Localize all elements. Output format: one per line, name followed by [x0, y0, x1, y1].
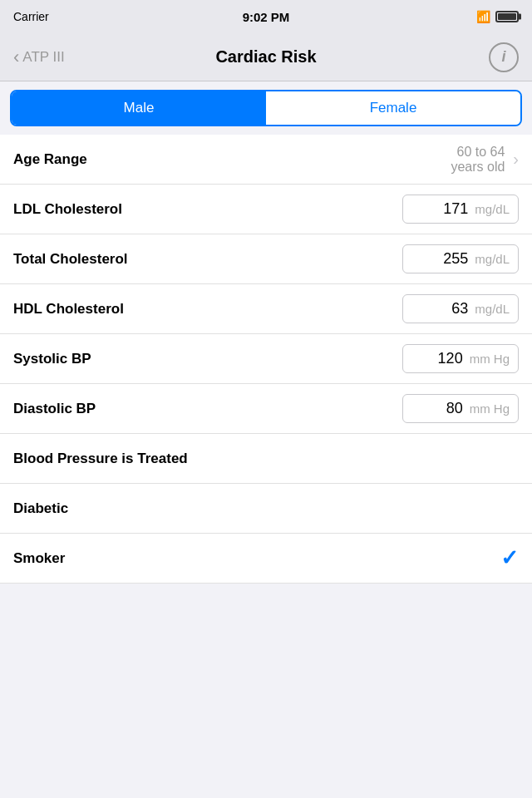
- label-ldl-cholesterol: LDL Cholesterol: [13, 201, 122, 218]
- label-diastolic-bp: Diastolic BP: [13, 401, 96, 417]
- label-smoker: Smoker: [13, 550, 65, 567]
- label-total-cholesterol: Total Cholesterol: [13, 251, 128, 268]
- row-total-cholesterol: Total Cholesterol 255 mg/dL: [0, 234, 532, 284]
- back-button[interactable]: ‹ ATP III: [13, 48, 65, 66]
- input-box-hdl-cholesterol[interactable]: 63 mg/dL: [402, 294, 519, 323]
- gender-toggle: Male Female: [10, 90, 522, 126]
- male-button[interactable]: Male: [12, 91, 266, 125]
- info-button[interactable]: i: [489, 42, 519, 72]
- unit-systolic-bp: mm Hg: [470, 352, 510, 366]
- value-total-cholesterol: 255: [435, 250, 468, 268]
- label-hdl-cholesterol: HDL Cholesterol: [13, 301, 124, 318]
- form-rows: Age Range 60 to 64 years old › LDL Chole…: [0, 135, 532, 584]
- input-box-ldl-cholesterol[interactable]: 171 mg/dL: [402, 195, 519, 224]
- label-bp-treated: Blood Pressure is Treated: [13, 451, 188, 467]
- value-systolic-bp: 120: [430, 350, 463, 367]
- row-diabetic[interactable]: Diabetic ✓: [0, 484, 532, 534]
- checkmark-smoker: ✓: [500, 545, 519, 571]
- row-ldl-cholesterol: LDL Cholesterol 171 mg/dL: [0, 185, 532, 234]
- back-label: ATP III: [22, 49, 64, 66]
- label-systolic-bp: Systolic BP: [13, 351, 91, 367]
- value-age-range: 60 to 64 years old: [451, 145, 505, 175]
- chevron-icon-age-range: ›: [513, 150, 519, 169]
- row-smoker[interactable]: Smoker ✓: [0, 534, 532, 584]
- carrier-label: Carrier: [13, 10, 49, 23]
- input-box-diastolic-bp[interactable]: 80 mm Hg: [402, 394, 519, 423]
- unit-hdl-cholesterol: mg/dL: [475, 302, 510, 316]
- status-bar: Carrier 9:02 PM 📶: [0, 0, 532, 33]
- row-bp-treated[interactable]: Blood Pressure is Treated ✓: [0, 434, 532, 484]
- value-hdl-cholesterol: 63: [435, 300, 468, 318]
- label-age-range: Age Range: [13, 151, 87, 168]
- row-systolic-bp: Systolic BP 120 mm Hg: [0, 334, 532, 384]
- status-time: 9:02 PM: [243, 10, 290, 24]
- back-chevron-icon: ‹: [13, 48, 19, 66]
- status-icons: 📶: [476, 10, 519, 23]
- nav-bar: ‹ ATP III Cardiac Risk i: [0, 33, 532, 81]
- unit-total-cholesterol: mg/dL: [475, 252, 510, 266]
- value-ldl-cholesterol: 171: [435, 200, 468, 218]
- gender-toggle-section: Male Female: [0, 81, 532, 135]
- label-diabetic: Diabetic: [13, 500, 68, 517]
- row-diastolic-bp: Diastolic BP 80 mm Hg: [0, 384, 532, 434]
- page-title: Cardiac Risk: [215, 47, 316, 66]
- unit-diastolic-bp: mm Hg: [470, 401, 510, 416]
- input-box-systolic-bp[interactable]: 120 mm Hg: [402, 344, 519, 373]
- right-age-range: 60 to 64 years old ›: [451, 145, 519, 175]
- wifi-icon: 📶: [476, 10, 490, 23]
- row-age-range[interactable]: Age Range 60 to 64 years old ›: [0, 135, 532, 185]
- battery-icon: [495, 11, 519, 22]
- female-button[interactable]: Female: [266, 91, 520, 125]
- row-hdl-cholesterol: HDL Cholesterol 63 mg/dL: [0, 284, 532, 334]
- input-box-total-cholesterol[interactable]: 255 mg/dL: [402, 244, 519, 273]
- unit-ldl-cholesterol: mg/dL: [475, 202, 510, 216]
- value-diastolic-bp: 80: [430, 400, 463, 417]
